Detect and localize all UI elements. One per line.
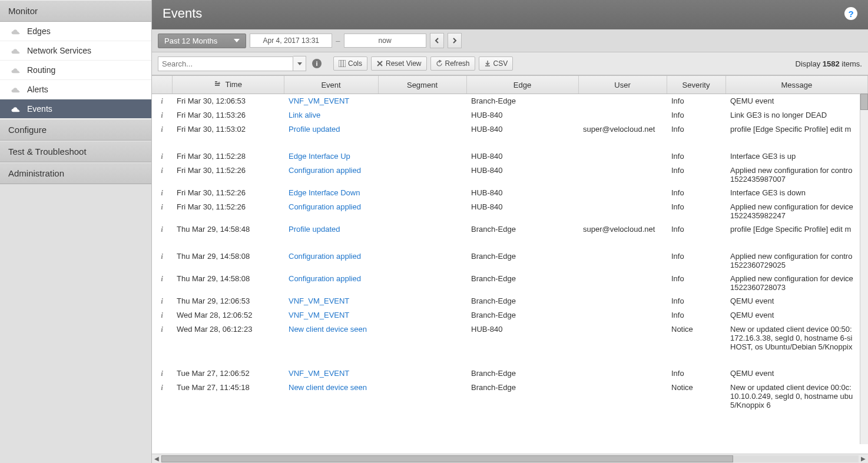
table-row[interactable]: iThu Mar 29, 14:58:08Configuration appli…: [152, 272, 868, 294]
events-table-wrap[interactable]: Time Event Segment Edge User Severity Me…: [152, 75, 868, 454]
cell-edge: HUB-840: [466, 122, 578, 136]
table-row[interactable]: iThu Mar 29, 12:06:53VNF_VM_EVENTBranch-…: [152, 294, 868, 308]
info-icon[interactable]: i: [152, 222, 172, 237]
table-row[interactable]: iWed Mar 28, 12:06:52VNF_VM_EVENTBranch-…: [152, 308, 868, 322]
info-icon[interactable]: i: [152, 272, 172, 294]
cell-message: Interface GE3 is down: [725, 186, 868, 200]
date-to-input[interactable]: now: [344, 34, 426, 48]
scroll-left-icon[interactable]: ◀: [152, 454, 161, 464]
table-row[interactable]: iWed Mar 28, 06:12:23New client device s…: [152, 322, 868, 354]
search-info-icon[interactable]: i: [312, 59, 322, 68]
vertical-scrollbar[interactable]: [860, 94, 868, 444]
event-link[interactable]: Configuration applied: [289, 274, 361, 283]
col-severity[interactable]: Severity: [667, 76, 725, 94]
info-icon[interactable]: i: [152, 149, 172, 164]
event-link[interactable]: Edge Interface Down: [289, 188, 360, 197]
sidebar-item-events[interactable]: Events: [0, 99, 151, 119]
event-link[interactable]: VNF_VM_EVENT: [289, 297, 349, 305]
sidebar-item-alerts[interactable]: Alerts: [0, 80, 151, 99]
info-icon[interactable]: i: [152, 381, 172, 412]
time-next-button[interactable]: [448, 33, 462, 48]
cell-message: QEMU event: [725, 294, 868, 308]
sidebar-item-edges[interactable]: Edges: [0, 22, 151, 41]
chevron-down-icon: [234, 39, 240, 42]
event-link[interactable]: Profile updated: [289, 225, 340, 234]
cell-severity: Info: [667, 367, 725, 381]
table-row[interactable]: iThu Mar 29, 14:58:48Profile updatedBran…: [152, 222, 868, 237]
cell-message: New or updated client device 00:0c: 10.1…: [725, 381, 868, 412]
cell-time: Wed Mar 28, 12:06:52: [172, 308, 284, 322]
help-icon[interactable]: ?: [844, 7, 857, 20]
info-icon[interactable]: i: [152, 294, 172, 308]
info-icon[interactable]: i: [152, 122, 172, 136]
columns-button[interactable]: Cols: [333, 56, 367, 71]
event-link[interactable]: VNF_VM_EVENT: [289, 96, 349, 105]
col-edge[interactable]: Edge: [466, 76, 578, 94]
col-info[interactable]: [152, 76, 172, 94]
info-icon[interactable]: i: [152, 108, 172, 122]
cell-event: Configuration applied: [284, 249, 378, 272]
cell-time: Thu Mar 29, 12:06:53: [172, 294, 284, 308]
sidebar-item-routing[interactable]: Routing: [0, 61, 151, 80]
cell-edge: Branch-Edge: [466, 249, 578, 272]
scroll-right-icon[interactable]: ▶: [859, 454, 868, 464]
event-link[interactable]: VNF_VM_EVENT: [289, 311, 349, 319]
table-row[interactable]: iFri Mar 30, 11:52:28Edge Interface UpHU…: [152, 149, 868, 164]
info-icon[interactable]: i: [152, 322, 172, 354]
event-link[interactable]: New client device seen: [289, 325, 367, 334]
cell-segment: [378, 200, 466, 222]
cell-segment: [378, 186, 466, 200]
reset-view-button[interactable]: Reset View: [371, 56, 426, 71]
date-from-input[interactable]: Apr 4, 2017 13:31: [250, 34, 332, 48]
table-row[interactable]: iFri Mar 30, 11:53:02Profile updatedHUB-…: [152, 122, 868, 136]
col-segment[interactable]: Segment: [378, 76, 466, 94]
csv-button[interactable]: CSV: [479, 56, 513, 71]
nav-section-test-troubleshoot[interactable]: Test & Troubleshoot: [0, 141, 151, 162]
nav-section-monitor[interactable]: Monitor: [0, 0, 151, 22]
table-row[interactable]: iFri Mar 30, 11:53:26Link aliveHUB-840In…: [152, 108, 868, 122]
info-icon[interactable]: i: [152, 164, 172, 186]
event-link[interactable]: Edge Interface Up: [289, 152, 350, 161]
col-user[interactable]: User: [578, 76, 667, 94]
table-row[interactable]: iThu Mar 29, 14:58:08Configuration appli…: [152, 249, 868, 272]
cell-message: Applied new configuration for contro 152…: [725, 164, 868, 186]
cell-user: [578, 149, 667, 164]
info-icon[interactable]: i: [152, 308, 172, 322]
event-link[interactable]: Profile updated: [289, 125, 340, 134]
table-row[interactable]: iFri Mar 30, 11:52:26Configuration appli…: [152, 164, 868, 186]
event-link[interactable]: Configuration applied: [289, 166, 361, 175]
event-link[interactable]: VNF_VM_EVENT: [289, 369, 349, 378]
info-icon[interactable]: i: [152, 249, 172, 272]
col-time[interactable]: Time: [172, 76, 284, 94]
info-icon[interactable]: i: [152, 94, 172, 109]
table-row[interactable]: iFri Mar 30, 11:52:26Configuration appli…: [152, 200, 868, 222]
cell-severity: Info: [667, 294, 725, 308]
event-link[interactable]: New client device seen: [289, 383, 367, 392]
cell-edge: HUB-840: [466, 108, 578, 122]
table-row[interactable]: iTue Mar 27, 11:45:18New client device s…: [152, 381, 868, 412]
time-range-select[interactable]: Past 12 Months: [158, 34, 246, 48]
table-row[interactable]: iFri Mar 30, 11:52:26Edge Interface Down…: [152, 186, 868, 200]
event-link[interactable]: Configuration applied: [289, 202, 361, 211]
search-input[interactable]: [158, 56, 293, 71]
info-icon[interactable]: i: [152, 200, 172, 222]
cell-segment: [378, 164, 466, 186]
col-event[interactable]: Event: [284, 76, 378, 94]
cell-event: New client device seen: [284, 381, 378, 412]
col-message[interactable]: Message: [725, 76, 868, 94]
table-row[interactable]: iFri Mar 30, 12:06:53VNF_VM_EVENTBranch-…: [152, 94, 868, 109]
horizontal-scrollbar[interactable]: ◀ ▶: [152, 454, 868, 463]
info-icon[interactable]: i: [152, 186, 172, 200]
search-dropdown-button[interactable]: [293, 56, 306, 71]
table-row[interactable]: iTue Mar 27, 12:06:52VNF_VM_EVENTBranch-…: [152, 367, 868, 381]
nav-section-administration[interactable]: Administration: [0, 162, 151, 184]
event-link[interactable]: Link alive: [289, 111, 320, 119]
time-prev-button[interactable]: [430, 33, 444, 48]
cell-segment: [378, 322, 466, 354]
event-link[interactable]: Configuration applied: [289, 252, 361, 261]
nav-section-configure[interactable]: Configure: [0, 119, 151, 141]
sidebar-item-network-services[interactable]: Network Services: [0, 41, 151, 61]
cell-severity: Info: [667, 308, 725, 322]
info-icon[interactable]: i: [152, 367, 172, 381]
refresh-button[interactable]: Refresh: [430, 56, 475, 71]
